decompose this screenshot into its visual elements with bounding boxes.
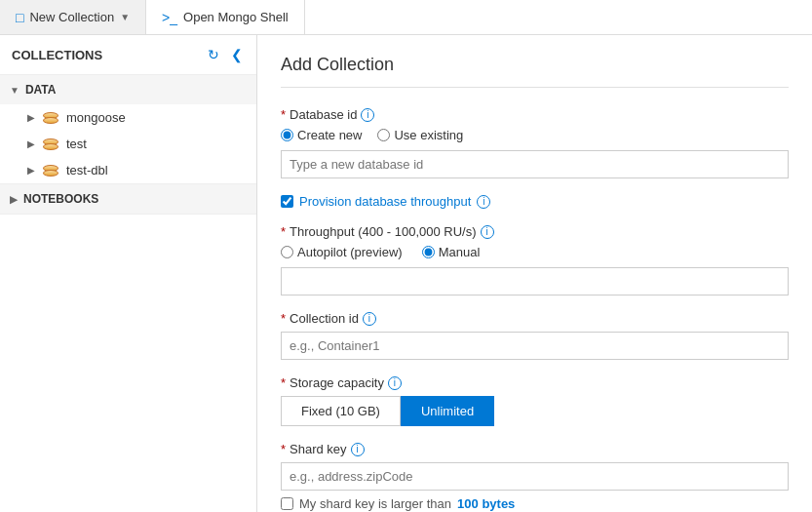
provision-checkbox-label[interactable]: Provision database throughput i — [281, 194, 789, 209]
sidebar-header-icons: ↻ ❮ — [206, 45, 245, 64]
list-item[interactable]: ▶ test-dbl — [0, 157, 256, 183]
data-section-header[interactable]: ▼ DATA — [0, 75, 256, 104]
shard-key-input[interactable] — [281, 462, 789, 491]
new-collection-label: New Collection — [29, 10, 114, 24]
use-existing-label: Use existing — [394, 128, 463, 142]
notebooks-section: ▶ NOTEBOOKS — [0, 184, 256, 215]
collections-title: COLLECTIONS — [12, 48, 102, 62]
collapse-button[interactable]: ❮ — [229, 45, 245, 64]
manual-radio-label[interactable]: Manual — [422, 245, 481, 259]
autopilot-radio[interactable] — [281, 246, 293, 258]
collection-id-info-icon[interactable]: i — [363, 312, 376, 326]
notebooks-section-header[interactable]: ▶ NOTEBOOKS — [0, 184, 256, 214]
mongoose-expand-icon: ▶ — [27, 112, 35, 123]
mongo-shell-icon: >_ — [162, 10, 177, 25]
mongo-shell-label: Open Mongo Shell — [183, 10, 289, 24]
provision-label: Provision database throughput — [299, 194, 471, 209]
unlimited-storage-button[interactable]: Unlimited — [401, 396, 494, 426]
autopilot-radio-label[interactable]: Autopilot (preview) — [281, 245, 403, 259]
main-layout: COLLECTIONS ↻ ❮ ▼ DATA ▶ mongoose ▶ — [0, 35, 812, 512]
required-star-shard: * — [281, 442, 286, 456]
refresh-button[interactable]: ↻ — [206, 45, 221, 64]
shard-key-info-icon[interactable]: i — [351, 443, 365, 456]
list-item[interactable]: ▶ mongoose — [0, 104, 256, 131]
test-expand-icon: ▶ — [27, 138, 35, 149]
new-collection-button[interactable]: □ New Collection ▼ — [0, 0, 146, 34]
manual-radio[interactable] — [422, 246, 435, 258]
required-star-storage: * — [281, 375, 286, 390]
storage-buttons: Fixed (10 GB) Unlimited — [281, 396, 789, 426]
data-expand-icon: ▼ — [10, 85, 19, 96]
test-label: test — [66, 137, 87, 151]
list-item[interactable]: ▶ test — [0, 131, 256, 157]
collection-id-label-row: * Collection id i — [281, 311, 789, 326]
create-new-radio-label[interactable]: Create new — [281, 128, 362, 142]
new-collection-icon: □ — [16, 10, 23, 25]
manual-label: Manual — [439, 245, 481, 259]
throughput-group: * Throughput (400 - 100,000 RU/s) i Auto… — [281, 224, 789, 295]
toolbar: □ New Collection ▼ >_ Open Mongo Shell — [0, 0, 812, 35]
database-id-input[interactable] — [281, 150, 789, 178]
right-panel: Add Collection * Database id i Create ne… — [257, 35, 812, 512]
mode-radio-group: Autopilot (preview) Manual — [281, 245, 789, 259]
shard-larger-checkbox[interactable] — [281, 497, 293, 510]
provision-group: Provision database throughput i — [281, 194, 789, 209]
collection-id-input[interactable] — [281, 332, 789, 360]
create-new-radio[interactable] — [281, 129, 293, 141]
collection-id-field-label: Collection id — [290, 311, 359, 326]
database-id-label-row: * Database id i — [281, 107, 789, 122]
storage-capacity-group: * Storage capacity i Fixed (10 GB) Unlim… — [281, 375, 789, 426]
storage-capacity-label-row: * Storage capacity i — [281, 375, 789, 390]
shard-note-highlight: 100 bytes — [457, 496, 515, 511]
throughput-input[interactable]: 400 — [281, 267, 789, 295]
shard-key-field-label: Shard key — [290, 442, 347, 456]
collection-id-group: * Collection id i — [281, 311, 789, 360]
testdbl-label: test-dbl — [66, 163, 108, 177]
provision-checkbox[interactable] — [281, 195, 293, 208]
required-star-collection: * — [281, 311, 286, 326]
database-id-group: * Database id i Create new Use existing — [281, 107, 789, 178]
sidebar: COLLECTIONS ↻ ❮ ▼ DATA ▶ mongoose ▶ — [0, 35, 257, 512]
testdbl-expand-icon: ▶ — [27, 165, 35, 176]
shard-note: My shard key is larger than 100 bytes — [281, 496, 789, 511]
throughput-field-label: Throughput (400 - 100,000 RU/s) — [290, 224, 477, 239]
throughput-info-icon[interactable]: i — [481, 225, 494, 239]
data-section-label: DATA — [25, 83, 57, 97]
collections-header: COLLECTIONS ↻ ❮ — [0, 35, 256, 75]
database-id-field-label: Database id — [290, 107, 357, 122]
new-collection-chevron: ▼ — [120, 12, 130, 22]
shard-key-label-row: * Shard key i — [281, 442, 789, 456]
provision-info-icon[interactable]: i — [477, 195, 490, 209]
open-mongo-shell-button[interactable]: >_ Open Mongo Shell — [146, 0, 305, 34]
shard-key-group: * Shard key i My shard key is larger tha… — [281, 442, 789, 511]
db-icon-mongoose — [43, 112, 58, 124]
storage-capacity-info-icon[interactable]: i — [388, 376, 402, 390]
database-id-radio-group: Create new Use existing — [281, 128, 789, 142]
required-star-db: * — [281, 107, 286, 122]
required-star-throughput: * — [281, 224, 286, 239]
database-id-info-icon[interactable]: i — [361, 108, 374, 122]
db-icon-testdbl — [43, 165, 58, 177]
data-section: ▼ DATA ▶ mongoose ▶ test ▶ — [0, 75, 256, 184]
db-icon-test — [43, 138, 58, 150]
panel-title: Add Collection — [281, 55, 789, 88]
autopilot-label: Autopilot (preview) — [297, 245, 403, 259]
mongoose-label: mongoose — [66, 110, 126, 125]
fixed-storage-button[interactable]: Fixed (10 GB) — [281, 396, 401, 426]
use-existing-radio-label[interactable]: Use existing — [377, 128, 463, 142]
notebooks-section-label: NOTEBOOKS — [23, 192, 98, 206]
create-new-label: Create new — [297, 128, 362, 142]
shard-note-prefix: My shard key is larger than — [299, 496, 451, 511]
storage-capacity-field-label: Storage capacity — [290, 375, 384, 390]
use-existing-radio[interactable] — [377, 129, 390, 141]
notebooks-expand-icon: ▶ — [10, 194, 18, 205]
throughput-label-row: * Throughput (400 - 100,000 RU/s) i — [281, 224, 789, 239]
